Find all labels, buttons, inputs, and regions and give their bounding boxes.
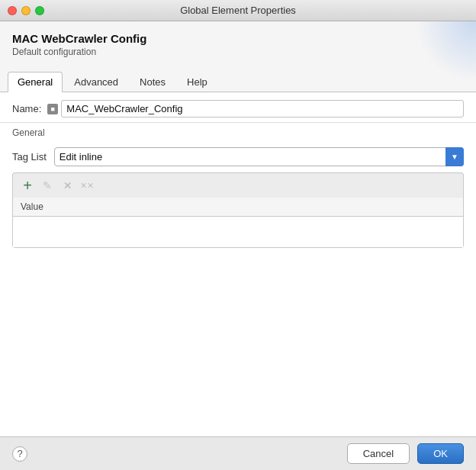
close-button[interactable] bbox=[8, 6, 17, 15]
dialog: MAC WebCrawler Config Default configurat… bbox=[0, 21, 476, 470]
delete-all-icon: ✕✕ bbox=[80, 181, 94, 191]
delete-button[interactable]: ✕ bbox=[59, 177, 76, 194]
window-title: Global Element Properties bbox=[180, 5, 296, 16]
bottom-buttons: Cancel OK bbox=[347, 443, 464, 464]
tab-general[interactable]: General bbox=[8, 72, 63, 92]
delete-all-button[interactable]: ✕✕ bbox=[79, 177, 95, 194]
table-body bbox=[13, 217, 463, 247]
name-label: Name: bbox=[12, 103, 41, 114]
name-input[interactable] bbox=[61, 100, 464, 118]
name-icon: ■ bbox=[47, 104, 58, 114]
section-label: General bbox=[0, 123, 476, 143]
tag-table: Value bbox=[12, 198, 464, 248]
app-subtitle: Default configuration bbox=[12, 47, 464, 57]
tabs-container: General Advanced Notes Help bbox=[0, 63, 476, 92]
help-icon: ? bbox=[17, 448, 22, 459]
delete-icon: ✕ bbox=[63, 180, 72, 192]
tag-list-select[interactable]: Edit inline bbox=[54, 147, 464, 166]
add-button[interactable]: + bbox=[19, 177, 36, 194]
tab-notes[interactable]: Notes bbox=[130, 72, 175, 92]
edit-button[interactable]: ✎ bbox=[39, 177, 56, 194]
dialog-header: MAC WebCrawler Config Default configurat… bbox=[0, 21, 476, 57]
table-header: Value bbox=[13, 198, 463, 217]
tag-list-container: Tag List Edit inline ▼ + ✎ ✕ bbox=[0, 143, 476, 436]
tab-help[interactable]: Help bbox=[177, 72, 217, 92]
content-area: Name: ■ General Tag List Edit inline ▼ bbox=[0, 92, 476, 436]
traffic-lights bbox=[8, 6, 44, 15]
tag-list-row: Tag List Edit inline ▼ bbox=[12, 147, 464, 166]
cancel-button[interactable]: Cancel bbox=[347, 443, 410, 464]
minimize-button[interactable] bbox=[21, 6, 31, 15]
col-header-value: Value bbox=[13, 198, 463, 216]
tag-list-select-wrapper: Edit inline ▼ bbox=[54, 147, 464, 166]
bottom-bar: ? Cancel OK bbox=[0, 436, 476, 470]
tag-list-label: Tag List bbox=[12, 151, 47, 163]
table-toolbar: + ✎ ✕ ✕✕ bbox=[12, 172, 464, 198]
app-title: MAC WebCrawler Config bbox=[12, 32, 464, 45]
ok-button[interactable]: OK bbox=[417, 443, 464, 464]
maximize-button[interactable] bbox=[35, 6, 44, 15]
help-button[interactable]: ? bbox=[12, 446, 27, 462]
edit-icon: ✎ bbox=[43, 179, 52, 192]
title-bar: Global Element Properties bbox=[0, 0, 476, 21]
tab-advanced[interactable]: Advanced bbox=[64, 72, 128, 92]
add-icon: + bbox=[23, 178, 32, 193]
name-row: Name: ■ bbox=[0, 92, 476, 123]
